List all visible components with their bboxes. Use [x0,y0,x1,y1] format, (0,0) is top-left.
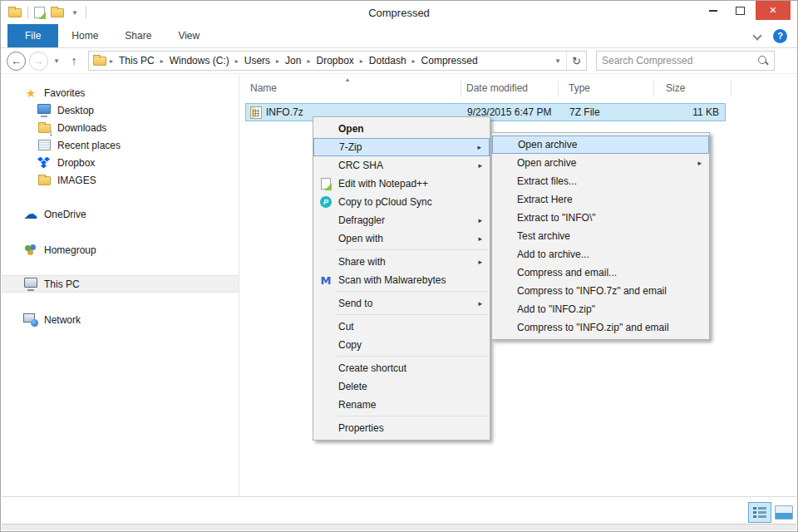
column-divider[interactable] [731,81,732,96]
submenu-item-extract-to-info[interactable]: Extract to "INFO\" [492,209,709,227]
search-icon[interactable] [757,55,769,66]
sidebar-item-dropbox[interactable]: Dropbox [2,154,239,171]
breadcrumb-dotdash[interactable]: Dotdash [367,55,409,66]
tab-view[interactable]: View [165,24,213,47]
homegroup-icon [23,244,38,257]
sidebar-item-this-pc[interactable]: This PC [2,275,239,293]
submenu-item-extract-here[interactable]: Extract Here [492,190,709,209]
network-icon [23,313,38,327]
recent-locations-chevron-icon[interactable] [52,57,62,65]
title-bar: Compressed [1,1,797,24]
menu-item-cut[interactable]: Cut [313,318,490,336]
breadcrumb-this-pc[interactable]: This PC [116,55,157,66]
submenu-item-compress-7z-and-email[interactable]: Compress to "INFO.7z" and email [492,282,709,300]
submenu-item-add-to-zip[interactable]: Add to "INFO.zip" [492,300,709,318]
column-divider[interactable] [461,81,461,96]
malwarebytes-icon [318,273,333,287]
new-folder-icon[interactable] [51,8,64,17]
sidebar-item-label: Dropbox [57,157,95,169]
breadcrumb-windows-c[interactable]: Windows (C:) [167,55,232,66]
menu-separator [337,291,488,292]
minimize-button[interactable] [701,1,725,20]
submenu-item-test-archive[interactable]: Test archive [492,227,709,245]
submenu-item-extract-files[interactable]: Extract files... [492,172,709,190]
maximize-button[interactable] [728,1,752,20]
address-dropdown-chevron-icon[interactable] [549,57,566,65]
menu-item-7zip[interactable]: 7-Zip [313,138,490,156]
submenu-arrow-icon [478,161,482,170]
menu-item-open[interactable]: Open [313,120,490,138]
sidebar-item-favorites[interactable]: Favorites [2,84,239,101]
menu-item-crc-sha[interactable]: CRC SHA [313,156,490,175]
menu-item-copy-to-pcloud[interactable]: Copy to pCloud Sync [313,193,490,211]
submenu-arrow-icon [478,299,482,308]
breadcrumb-separator-icon [273,57,283,65]
column-header-type[interactable]: Type [569,82,590,94]
breadcrumb-jon[interactable]: Jon [283,55,303,66]
submenu-arrow-icon [478,234,482,243]
column-header-size[interactable]: Size [666,82,685,94]
sidebar-item-homegroup[interactable]: Homegroup [2,241,239,259]
breadcrumb-dropbox[interactable]: Dropbox [313,55,356,66]
sidebar-item-images[interactable]: IMAGES [2,171,239,189]
sidebar-item-network[interactable]: Network [2,311,239,328]
breadcrumb-separator-icon [357,57,367,65]
minimize-ribbon-chevron-icon[interactable] [753,32,760,39]
onedrive-cloud-icon [23,208,38,221]
sidebar-item-label: OneDrive [44,209,86,220]
sidebar-item-label: Recent places [57,140,121,151]
menu-item-share-with[interactable]: Share with [313,253,490,271]
tab-home[interactable]: Home [58,24,111,47]
help-icon[interactable] [773,29,787,43]
menu-item-delete[interactable]: Delete [313,377,490,396]
submenu-item-open-archive[interactable]: Open archive [492,135,709,154]
up-button[interactable] [65,54,83,67]
large-icons-view-toggle[interactable] [775,505,793,520]
refresh-icon[interactable] [566,52,586,70]
qat-customize-chevron-icon[interactable] [70,8,80,17]
submenu-item-compress-zip-and-email[interactable]: Compress to "INFO.zip" and email [492,318,709,337]
submenu-item-compress-and-email[interactable]: Compress and email... [492,264,709,282]
breadcrumb-users[interactable]: Users [242,55,273,66]
submenu-item-open-archive-as[interactable]: Open archive [492,154,709,172]
menu-item-defraggler[interactable]: Defraggler [313,211,490,229]
menu-item-edit-with-notepad[interactable]: Edit with Notepad++ [313,175,490,193]
menu-item-copy[interactable]: Copy [313,336,490,354]
address-bar[interactable]: This PC Windows (C:) Users Jon Dropbox D… [88,51,587,71]
menu-item-open-with[interactable]: Open with [313,229,490,248]
menu-item-rename[interactable]: Rename [313,396,490,414]
menu-item-send-to[interactable]: Send to [313,294,490,313]
tab-file[interactable]: File [7,24,58,47]
search-box[interactable] [596,51,775,71]
properties-icon[interactable] [34,7,45,18]
column-divider[interactable] [653,81,654,96]
dropbox-icon [37,156,52,170]
details-view-toggle[interactable] [748,502,771,523]
column-header-name[interactable]: Name [250,82,277,94]
menu-item-properties[interactable]: Properties [313,419,490,437]
this-pc-icon [23,278,38,291]
column-header-date-modified[interactable]: Date modified [466,82,528,94]
tab-share[interactable]: Share [111,24,165,47]
search-input[interactable] [602,55,757,66]
sidebar-item-label: Desktop [57,105,94,116]
sidebar-item-desktop[interactable]: Desktop [2,101,239,119]
sidebar-item-label: Homegroup [44,244,96,256]
forward-button[interactable] [29,52,48,71]
recent-places-icon [37,139,52,152]
submenu-item-add-to-archive[interactable]: Add to archive... [492,245,709,264]
back-button[interactable] [7,52,26,71]
window-controls [701,1,797,24]
menu-item-create-shortcut[interactable]: Create shortcut [313,359,490,377]
breadcrumb-compressed[interactable]: Compressed [419,55,480,66]
sidebar-item-downloads[interactable]: ↓ Downloads [2,119,239,136]
sidebar-item-onedrive[interactable]: OneDrive [2,205,239,223]
column-divider[interactable] [558,81,559,96]
menu-item-scan-with-malwarebytes[interactable]: Scan with Malwarebytes [313,271,490,289]
breadcrumb-separator-icon [232,57,242,65]
sidebar-item-recent-places[interactable]: Recent places [2,136,239,154]
navigation-pane: Favorites Desktop ↓ Downloads Recent pla… [2,75,239,498]
column-header-row: Name Date modified Type Size [239,75,796,101]
context-menu: Open 7-Zip CRC SHA Edit with Notepad++ C… [313,116,490,441]
close-button[interactable] [756,1,791,20]
